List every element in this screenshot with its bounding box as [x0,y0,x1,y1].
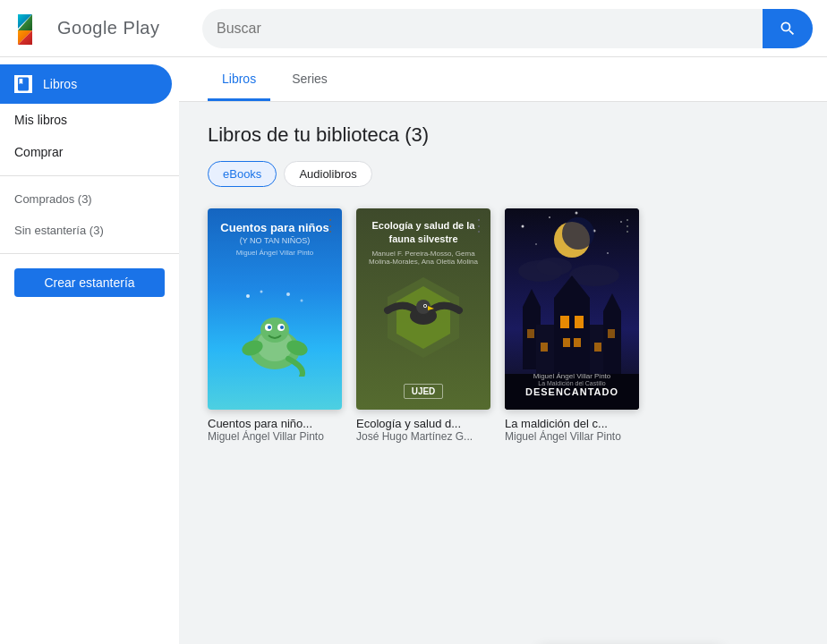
svg-point-28 [535,243,537,245]
book-icon [14,75,32,93]
cover-authors-ecologia: Manuel F. Pereira-Mosso, Gema Molina-Mor… [365,250,482,266]
svg-rect-48 [594,343,601,352]
svg-rect-45 [563,338,570,347]
svg-rect-44 [575,316,584,328]
filter-chips: eBooks Audiolibros [208,161,798,187]
dragon-illustration [234,287,315,377]
svg-rect-50 [608,329,615,338]
filter-ebooks[interactable]: eBooks [208,161,277,187]
filter-audiolibros[interactable]: Audiolibros [284,161,371,187]
cover-ujed-label: UJED [404,384,444,399]
search-bar [202,9,813,48]
svg-point-32 [562,217,594,250]
ecologia-illustration [370,273,477,380]
svg-rect-41 [603,311,621,378]
logo: Google Play [14,11,202,47]
svg-point-6 [286,292,290,296]
cover-author-cuentos: Miguel Ángel Villar Pinto [215,249,335,257]
sidebar-divider [0,175,179,176]
books-grid: Cuentos para niños (Y NO TAN NIÑOS) Migu… [208,208,798,443]
sidebar: Libros Mis libros Comprar Comprados (3) … [0,57,179,644]
svg-rect-47 [541,343,548,352]
search-icon [779,20,797,38]
cover-title-cuentos: Cuentos para niños [215,221,335,236]
cover-title-ecologia: Ecología y salud de la fauna silvestre [365,219,482,247]
book-card-cuentos[interactable]: Cuentos para niños (Y NO TAN NIÑOS) Migu… [208,208,342,443]
sidebar-item-libros[interactable]: Libros [0,64,172,104]
sidebar-item-comprar[interactable]: Comprar [0,136,179,168]
sidebar-divider-2 [0,253,179,254]
book-author-ecologia: José Hugo Martínez G... [356,430,490,443]
sidebar-libros-label: Libros [43,77,77,91]
logo-text: Google Play [57,18,159,38]
book-card-ecologia[interactable]: Ecología y salud de la fauna silvestre M… [356,208,490,443]
svg-point-25 [549,216,550,218]
header: Google Play [0,0,827,57]
sidebar-item-mis-libros[interactable]: Mis libros [0,104,179,136]
svg-point-4 [246,294,250,298]
book-menu-btn-maldicion[interactable]: ⋮ [616,212,639,239]
svg-point-5 [260,291,263,293]
tabs-bar: Libros Series [179,57,827,102]
create-shelf-button[interactable]: Crear estantería [14,268,165,297]
google-play-icon [14,11,50,47]
book-author-cuentos: Miguel Ángel Villar Pinto [208,430,342,443]
book-menu-btn-ecologia[interactable]: ⋮ [467,212,490,239]
tab-series[interactable]: Series [277,57,342,101]
svg-point-29 [575,212,578,215]
book-card-maldicion[interactable]: Miguel Ángel Villar Pinto La Maldición d… [505,208,639,443]
book-menu-btn-cuentos[interactable]: ⋮ [319,212,342,239]
svg-point-13 [268,326,271,329]
cover-subtitle-cuentos: (Y NO TAN NIÑOS) [215,236,335,245]
svg-point-22 [424,305,426,307]
layout: Libros Mis libros Comprar Comprados (3) … [0,57,827,644]
svg-rect-49 [527,329,534,338]
book-title-maldicion: La maldición del c... [505,417,639,430]
sidebar-sin-estanteria: Sin estantería (3) [0,215,179,246]
cover-title-maldicion: DESENCANTADO [525,386,618,397]
svg-point-30 [607,252,609,254]
book-title-ecologia: Ecología y salud d... [356,417,490,430]
svg-point-7 [301,300,303,302]
cover-subtitle-maldicion: La Maldición del Castillo [525,380,618,386]
book-author-maldicion: Miguel Ángel Villar Pinto [505,430,639,443]
svg-point-24 [522,225,524,228]
book-title-cuentos: Cuentos para niño... [208,417,342,430]
main-content: Libros Series Libros de tu biblioteca (3… [179,57,827,644]
svg-point-14 [280,326,284,329]
search-input[interactable] [202,21,763,37]
sidebar-comprados: Comprados (3) [0,183,179,215]
svg-point-34 [536,258,572,275]
tab-libros[interactable]: Libros [208,57,270,101]
svg-rect-43 [560,316,569,328]
page-title: Libros de tu biblioteca (3) [208,123,798,147]
search-button[interactable] [763,9,813,48]
svg-rect-46 [574,338,581,347]
cover-author-maldicion: Miguel Ángel Villar Pinto [525,372,618,380]
